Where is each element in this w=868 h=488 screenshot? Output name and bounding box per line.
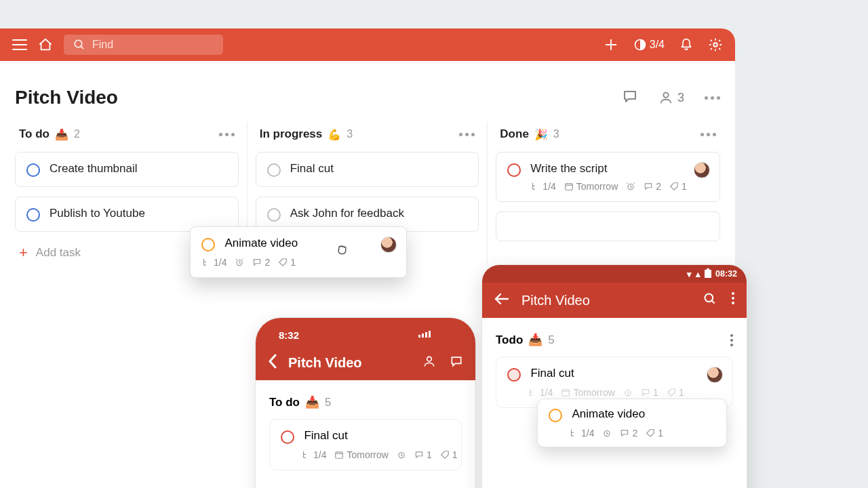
search-icon <box>73 39 85 51</box>
add-task-label: Add task <box>36 246 81 260</box>
signal-icon <box>418 329 456 341</box>
gear-icon[interactable] <box>708 37 723 52</box>
progress-indicator[interactable]: 3/4 <box>633 38 665 52</box>
task-meta: 1/4 Tomorrow 1 1 <box>528 387 722 398</box>
column-done: Done 🎉 3 Write the script 1/4 Tomorrow 2… <box>488 122 728 264</box>
column-more-icon[interactable] <box>219 133 235 136</box>
section-more-icon[interactable] <box>730 334 733 346</box>
ios-navbar: Pitch Video <box>256 345 475 380</box>
search-box[interactable] <box>64 35 223 55</box>
search-input[interactable] <box>92 39 214 51</box>
checkbox-icon[interactable] <box>281 430 294 444</box>
checkbox-icon[interactable] <box>507 163 521 177</box>
ios-title: Pitch Video <box>288 355 362 371</box>
bell-icon[interactable] <box>679 37 693 52</box>
person-icon[interactable] <box>422 354 436 371</box>
task-card[interactable]: Write the script 1/4 Tomorrow 2 1 <box>496 152 720 202</box>
column-count: 3 <box>347 128 353 140</box>
task-title: Final cut <box>530 367 574 380</box>
back-icon[interactable] <box>494 293 509 308</box>
checkbox-icon[interactable] <box>507 368 521 382</box>
checkbox-icon[interactable] <box>201 238 215 251</box>
column-more-icon[interactable] <box>459 133 475 136</box>
menu-icon[interactable] <box>12 39 27 51</box>
reminder-icon <box>397 450 406 460</box>
android-time: 08:32 <box>715 269 737 279</box>
comment-icon: 1 <box>414 449 432 460</box>
assignee-avatar[interactable] <box>694 162 710 178</box>
calendar-icon: Tomorrow <box>561 387 614 398</box>
chat-icon[interactable] <box>450 354 463 371</box>
add-icon[interactable] <box>604 37 618 52</box>
ios-time: 8:32 <box>279 329 299 341</box>
dragging-task-card[interactable]: Animate video 1/4 2 1 <box>190 226 407 278</box>
tag-icon: 1 <box>278 257 296 268</box>
task-meta: 1/4 2 1 <box>201 257 395 268</box>
member-count: 3 <box>677 91 684 105</box>
project-title: Pitch Video <box>15 87 118 108</box>
checkbox-icon[interactable] <box>267 163 281 177</box>
reminder-icon <box>235 258 244 267</box>
android-navbar: Pitch Video <box>482 283 747 318</box>
svg-point-18 <box>427 357 432 361</box>
svg-point-8 <box>713 43 717 47</box>
android-statusbar: ▾ ▴ 08:32 <box>482 265 747 283</box>
comment-icon: 2 <box>252 257 270 268</box>
battery-icon <box>705 268 711 280</box>
task-card[interactable]: Create thumbnail <box>15 152 239 187</box>
checkbox-icon[interactable] <box>267 208 281 222</box>
task-card[interactable]: Final cut 1/4 Tomorrow 1 1 <box>269 419 462 470</box>
checkbox-icon[interactable] <box>26 208 40 222</box>
checkbox-icon[interactable] <box>549 409 562 422</box>
subtask-icon: 1/4 <box>301 449 326 460</box>
assignee-avatar[interactable] <box>707 367 723 383</box>
svg-rect-17 <box>429 331 431 338</box>
reminder-icon <box>626 182 635 191</box>
task-card[interactable]: Final cut <box>256 152 479 187</box>
svg-rect-22 <box>705 270 711 278</box>
column-emoji: 📥 <box>55 128 68 141</box>
tag-icon: 1 <box>440 449 458 460</box>
column-more-icon[interactable] <box>701 133 716 136</box>
comment-icon: 2 <box>644 181 661 192</box>
task-title: Create thumbnail <box>50 162 227 176</box>
svg-rect-14 <box>418 335 420 338</box>
tag-icon: 1 <box>667 387 684 398</box>
progress-count: 3/4 <box>650 39 665 51</box>
svg-rect-27 <box>562 390 570 396</box>
task-title: Final cut <box>290 162 468 176</box>
assignee-avatar[interactable] <box>380 237 397 253</box>
svg-rect-15 <box>422 333 424 338</box>
task-title: Animate video <box>572 407 645 420</box>
task-meta: 1/4 Tomorrow 2 1 <box>530 181 709 192</box>
task-card[interactable] <box>496 211 720 241</box>
android-dragging-card[interactable]: Animate video 1/4 2 1 <box>537 399 727 447</box>
reminder-icon <box>602 428 612 438</box>
svg-rect-10 <box>566 184 573 190</box>
subtask-icon: 1/4 <box>201 257 226 268</box>
reminder-icon <box>623 388 633 397</box>
calendar-icon: Tomorrow <box>564 181 618 192</box>
ios-section-header: To do 📥 5 <box>269 395 462 409</box>
overflow-icon[interactable] <box>732 292 734 308</box>
column-emoji: 💪 <box>328 128 341 141</box>
tag-icon: 1 <box>669 181 687 192</box>
home-icon[interactable] <box>38 37 53 52</box>
column-emoji: 🎉 <box>534 128 548 141</box>
grab-cursor-icon <box>335 243 349 259</box>
back-icon[interactable] <box>268 354 277 371</box>
checkbox-icon[interactable] <box>26 163 40 177</box>
task-title: Final cut <box>304 429 347 442</box>
subtask-icon: 1/4 <box>569 428 594 439</box>
calendar-icon: Tomorrow <box>334 449 388 460</box>
tag-icon: 1 <box>646 428 663 439</box>
project-more-icon[interactable] <box>705 96 720 100</box>
ios-statusbar: 8:32 <box>256 318 475 345</box>
svg-point-9 <box>663 93 668 98</box>
subtask-icon: 1/4 <box>530 181 555 192</box>
search-icon[interactable] <box>703 292 717 308</box>
members-button[interactable]: 3 <box>658 90 684 105</box>
column-count: 3 <box>553 128 559 140</box>
ios-mockup: 8:32 Pitch Video To do 📥 5 Final cut 1/4… <box>255 317 476 488</box>
comments-icon[interactable] <box>622 88 638 107</box>
